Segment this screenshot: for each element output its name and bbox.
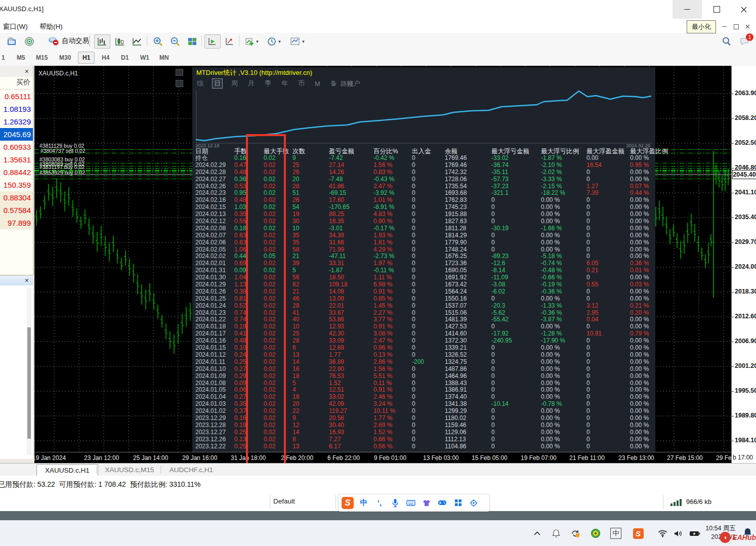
profile-selector[interactable]: Default bbox=[273, 497, 295, 505]
stats-menu-日[interactable]: 日 bbox=[212, 78, 223, 89]
toolbar-drag-handle[interactable] bbox=[89, 36, 92, 46]
stats-cell: 2024.01.08 bbox=[195, 380, 234, 387]
stats-menu-年[interactable]: 年 bbox=[280, 79, 289, 88]
mdi-close-button[interactable] bbox=[742, 22, 753, 31]
chat-button[interactable]: 1 bbox=[737, 34, 753, 49]
market-watch-column-header[interactable]: 买价 bbox=[0, 78, 30, 90]
close-button[interactable] bbox=[731, 0, 756, 19]
sogou-logo-icon[interactable]: S bbox=[342, 497, 354, 509]
left-panels: × 买价 0.651111.081931.263292045.690.60933… bbox=[0, 66, 35, 463]
timeframe-M5[interactable]: M5 bbox=[12, 52, 30, 64]
cursor-button[interactable] bbox=[204, 34, 221, 49]
autotrade-button[interactable]: 自动交易 bbox=[48, 34, 89, 48]
stats-cell: 0 bbox=[491, 373, 541, 380]
bar-chart-button[interactable] bbox=[94, 34, 110, 49]
timeframe-H1[interactable]: H1 bbox=[78, 52, 95, 64]
tab-xauusd-c-h1[interactable]: XAUUSD.c,H1 bbox=[36, 464, 98, 476]
zoom-in-button[interactable] bbox=[150, 34, 166, 49]
navigator-close-icon[interactable]: × bbox=[25, 277, 29, 284]
mdi-restore-button[interactable] bbox=[731, 22, 741, 31]
market-watch-row[interactable]: 0.65111 bbox=[0, 90, 33, 103]
notification-bell-icon[interactable] bbox=[550, 527, 563, 540]
ime-zh-icon[interactable]: 中 bbox=[609, 527, 622, 540]
market-watch-row[interactable]: 1.26329 bbox=[0, 115, 33, 128]
market-watch-row[interactable]: 1.35631 bbox=[0, 153, 33, 166]
market-watch-row[interactable]: 0.57584 bbox=[0, 204, 33, 217]
mdi-minimize-button[interactable] bbox=[719, 22, 730, 31]
market-watch-close-icon[interactable]: × bbox=[25, 68, 29, 75]
menu-help[interactable]: 帮助(H) bbox=[36, 21, 66, 32]
minimize-button[interactable] bbox=[673, 0, 702, 19]
sync-icon[interactable] bbox=[569, 527, 582, 540]
new-order-button[interactable] bbox=[4, 34, 20, 49]
punctuation-icon[interactable]: ’, bbox=[374, 497, 385, 509]
time-axis[interactable]: 19 Jan 202423 Jan 12:0025 Jan 14:0029 Ja… bbox=[34, 452, 731, 463]
stats-menu-季[interactable]: 季 bbox=[263, 79, 273, 88]
bid-price: 0.60933 bbox=[4, 143, 31, 151]
market-watch-row[interactable]: 1.08193 bbox=[0, 103, 33, 115]
stats-menu-周[interactable]: 周 bbox=[230, 79, 239, 88]
keyboard-icon[interactable] bbox=[405, 497, 416, 509]
market-watch-row[interactable]: 2045.69 bbox=[0, 128, 33, 141]
search-button[interactable] bbox=[719, 34, 735, 49]
wifi-icon[interactable] bbox=[656, 527, 669, 540]
sogou-ime-bar[interactable]: S 中 ’, bbox=[338, 494, 490, 512]
menu-window[interactable]: 窗口(W) bbox=[0, 21, 31, 32]
stats-menu-币[interactable]: 币 bbox=[297, 79, 306, 88]
stats-cell: 14 bbox=[292, 359, 329, 366]
timeframe-D1[interactable]: D1 bbox=[116, 52, 133, 64]
market-watch-row[interactable]: 0.88442 bbox=[0, 166, 33, 179]
toolbox-grid-icon[interactable] bbox=[452, 497, 464, 509]
templates-button[interactable]: ▼ bbox=[286, 34, 309, 49]
tile-windows-button[interactable] bbox=[184, 34, 200, 49]
stats-cell: 0 bbox=[491, 352, 541, 359]
skin-icon[interactable] bbox=[421, 497, 432, 509]
volume-icon[interactable] bbox=[672, 527, 685, 540]
navigator-scrollbar[interactable] bbox=[27, 288, 31, 455]
mic-icon[interactable] bbox=[390, 497, 401, 509]
timeframe-MN[interactable]: MN bbox=[155, 52, 174, 64]
tray-chevron-icon[interactable] bbox=[530, 527, 543, 540]
stats-menu-path[interactable]: 路径 bbox=[339, 79, 355, 89]
signal-button[interactable] bbox=[21, 34, 37, 49]
timeframe-M30[interactable]: M30 bbox=[55, 52, 75, 64]
timeframe-M15[interactable]: M15 bbox=[31, 52, 52, 64]
stats-cell: 2024.02.26 bbox=[195, 183, 234, 190]
stats-menu-综[interactable]: 综 bbox=[195, 79, 205, 88]
stats-cell: 2024.02.13 bbox=[195, 211, 234, 218]
price-axis[interactable]: 2063.902058.202052.502046.802041.102035.… bbox=[731, 66, 756, 463]
market-watch-rows: 0.651111.081931.263292045.690.609331.356… bbox=[0, 90, 33, 229]
market-watch-row[interactable]: 150.359 bbox=[0, 179, 33, 191]
timeframe-1[interactable]: 1 bbox=[0, 52, 10, 64]
line-chart-button[interactable] bbox=[129, 34, 145, 49]
chart-window-icon[interactable] bbox=[176, 80, 183, 87]
stats-menu-月[interactable]: 月 bbox=[246, 79, 256, 88]
tab-xauusd-c-m15[interactable]: XAUUSD.c,M15 bbox=[97, 464, 162, 476]
scrollbar-thumb[interactable] bbox=[27, 327, 31, 439]
market-watch-row[interactable]: 0.88304 bbox=[0, 191, 33, 204]
stats-cell: -3.33 % bbox=[541, 176, 586, 183]
battery-icon[interactable] bbox=[688, 527, 701, 540]
chinese-mode-icon[interactable]: 中 bbox=[358, 497, 369, 509]
timeframe-W1[interactable]: W1 bbox=[136, 52, 154, 64]
antivirus-icon[interactable] bbox=[589, 527, 602, 540]
stats-menu-备[interactable]: 备 bbox=[329, 79, 339, 88]
settings-icon[interactable] bbox=[468, 497, 479, 509]
crosshair-button[interactable] bbox=[222, 34, 238, 49]
market-watch-row[interactable]: 97.899 bbox=[0, 217, 33, 229]
zoom-out-button[interactable] bbox=[167, 34, 183, 49]
sogou-tray-icon[interactable]: S bbox=[632, 527, 645, 540]
stats-cell: 12.69 bbox=[329, 345, 373, 352]
maximize-button[interactable] bbox=[702, 0, 731, 19]
stats-cell: 0 bbox=[491, 366, 541, 373]
stats-cell: 0 bbox=[412, 303, 445, 310]
candlestick-button[interactable] bbox=[112, 34, 128, 49]
chart-minimize-icon[interactable] bbox=[176, 69, 183, 76]
chart-area[interactable]: XAUUSD.c,H1 #3811129 buy 0.02#3804737 se… bbox=[34, 66, 731, 463]
timeframe-H4[interactable]: H4 bbox=[97, 52, 114, 64]
indicators-button[interactable]: ▼ bbox=[242, 34, 262, 49]
tab-audchf-c-h1[interactable]: AUDCHF.c,H1 bbox=[161, 464, 221, 476]
stats-menu-M[interactable]: M bbox=[313, 80, 322, 88]
market-watch-row[interactable]: 0.60933 bbox=[0, 141, 33, 153]
periods-button[interactable]: ▼ bbox=[264, 34, 284, 49]
